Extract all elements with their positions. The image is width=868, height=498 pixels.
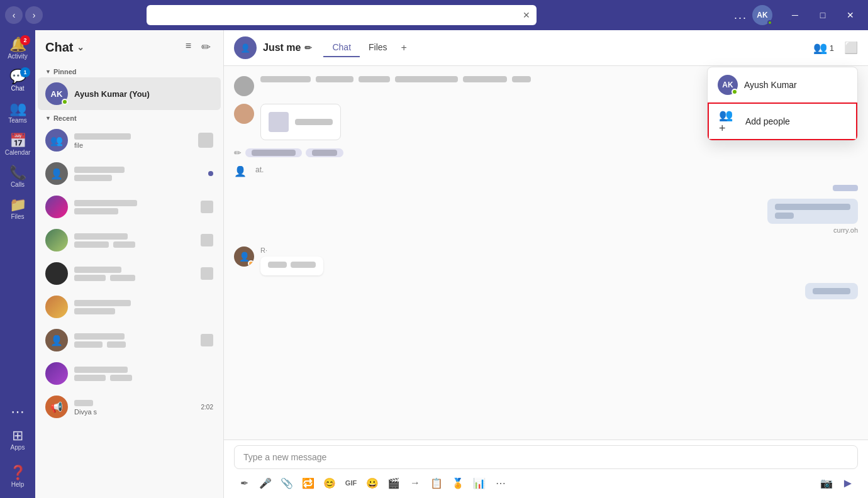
avatar-r4 [45,229,68,252]
ayush-online-dot [62,99,68,105]
user-avatar[interactable]: AK [752,5,772,25]
sidebar-item-teams[interactable]: 👥 Teams [0,97,35,129]
avatar-r2: 👤 [45,162,68,185]
r2-preview-blur [74,175,112,181]
tab-chat[interactable]: Chat [323,38,360,57]
audio-icon[interactable]: 🎤 [255,473,275,493]
r9-preview: Divya s [74,408,195,416]
gif-icon[interactable]: GIF [341,473,361,493]
attach-icon[interactable]: 📎 [277,473,297,493]
chat-item-r6[interactable] [38,290,221,323]
blur-pill2 [312,150,337,156]
sidebar-item-chat[interactable]: 💬 Chat 1 [0,65,35,97]
sticker-icon[interactable]: 😀 [362,473,382,493]
dropdown-initials: AK [722,80,733,89]
send-button[interactable]: ► [838,473,858,493]
emoji-icon[interactable]: 😊 [320,473,340,493]
sidebar-item-calendar[interactable]: 📅 Calendar [0,129,35,161]
people-count-button[interactable]: 👥 1 [808,38,839,57]
tab-files[interactable]: Files [360,38,396,57]
praise-icon[interactable]: 🏅 [448,473,468,493]
r9-info: Divya s [74,399,195,416]
file-card[interactable] [260,104,341,140]
chevron-down-icon[interactable]: ⌄ [77,42,84,52]
action-pill-1[interactable] [245,148,302,157]
avatar-r7: 👤 [45,329,68,351]
r4-name-blur [74,233,128,240]
filter-icon[interactable]: ≡ [183,38,194,57]
blur-right-3 [813,288,850,294]
minimize-button[interactable]: ─ [782,5,808,25]
close-button[interactable]: ✕ [838,5,863,25]
chat-item-r4[interactable] [38,224,221,257]
r-label: R· [260,246,323,254]
sidebar-item-more[interactable]: ⋯ [0,400,35,424]
camera-icon[interactable]: 📷 [816,473,837,493]
chat-item-r5[interactable] [38,257,221,290]
dropdown-avatar-ak: AK [718,75,738,95]
arrow-icon[interactable]: → [405,473,425,493]
chat-item-r2[interactable]: 👤 [38,157,221,190]
search-clear-icon[interactable]: ✕ [523,10,530,20]
forward-button[interactable]: › [25,6,43,24]
add-people-button[interactable]: 👥+ Add people [708,102,857,140]
msg-right-content-3 [805,283,858,299]
message-row-right-1 [234,185,858,191]
more-options-icon[interactable]: ... [734,9,747,22]
msg-inline-3: ✏ [234,148,343,158]
chat-item-r3[interactable] [38,191,221,223]
sidebar-item-help[interactable]: ❓ Help [0,461,35,493]
message-placeholder: Type a new message [243,452,326,462]
message-input-area: Type a new message ✒ 🎤 📎 🔁 😊 GIF 😀 🎬 → 📋… [224,440,868,498]
forms-icon[interactable]: 📋 [426,473,447,493]
r7-meta [201,334,213,346]
pencil-icon: ✏ [234,148,242,158]
pinned-section-label[interactable]: ▼ Pinned [35,64,223,77]
stream-icon[interactable]: 📊 [469,473,489,493]
r9-name [74,399,195,408]
r7-info [74,332,194,349]
r5-thumb [201,267,213,280]
r1-info: file [74,132,192,149]
maximize-button[interactable]: □ [810,5,835,25]
more-toolbar-icon[interactable]: ⋯ [491,473,511,493]
r2-meta [208,171,213,176]
blur-5a [268,262,287,268]
chat-list-actions: ≡ ✏ [183,38,213,57]
search-bar[interactable]: p ✕ [147,5,537,25]
loop-icon[interactable]: 🔁 [298,473,318,493]
user-online-dot [767,20,772,25]
msg-right-content-2: curry.oh [767,199,858,234]
sidebar-item-files[interactable]: 📁 Files [0,193,35,225]
r5-info [74,265,194,282]
edit-icon[interactable]: ✏ [304,43,312,53]
add-tab-button[interactable]: + [396,38,412,57]
photo-icon-5: 👤 [239,252,250,262]
r8-prev-blur2 [110,375,132,381]
chat-item-ayush[interactable]: AK Ayush Kumar (You) [38,77,221,110]
back-button[interactable]: ‹ [5,6,23,24]
recent-section-label[interactable]: ▼ Recent [35,111,223,123]
share-icon[interactable]: ⬜ [844,41,858,55]
video-icon[interactable]: 🎬 [384,473,404,493]
r5-preview [74,275,194,282]
sidebar-item-calls[interactable]: 📞 Calls [0,161,35,193]
calendar-label: Calendar [5,149,31,156]
people-dropdown-ayush[interactable]: AK Ayush Kumar [708,67,857,102]
message-input-box[interactable]: Type a new message [234,445,858,469]
r5-meta [201,267,213,280]
sidebar-item-apps[interactable]: ⊞ Apps [0,424,35,456]
chat-item-r7[interactable]: 👤 [38,324,221,357]
chat-item-r8[interactable] [38,357,221,390]
calendar-icon: 📅 [9,134,26,148]
calls-icon: 📞 [9,166,26,180]
search-input[interactable]: p [153,10,523,20]
action-pill-2[interactable] [306,148,343,157]
chat-item-r1[interactable]: 👥 file [38,124,221,157]
format-icon[interactable]: ✒ [234,473,254,493]
new-chat-icon[interactable]: ✏ [199,38,213,57]
sidebar-item-activity[interactable]: 🔔 Activity 2 [0,33,35,65]
r8-info [74,365,207,382]
chat-item-r9[interactable]: 📢 Divya s 2:02 [38,390,221,423]
r7-thumb [201,334,213,346]
